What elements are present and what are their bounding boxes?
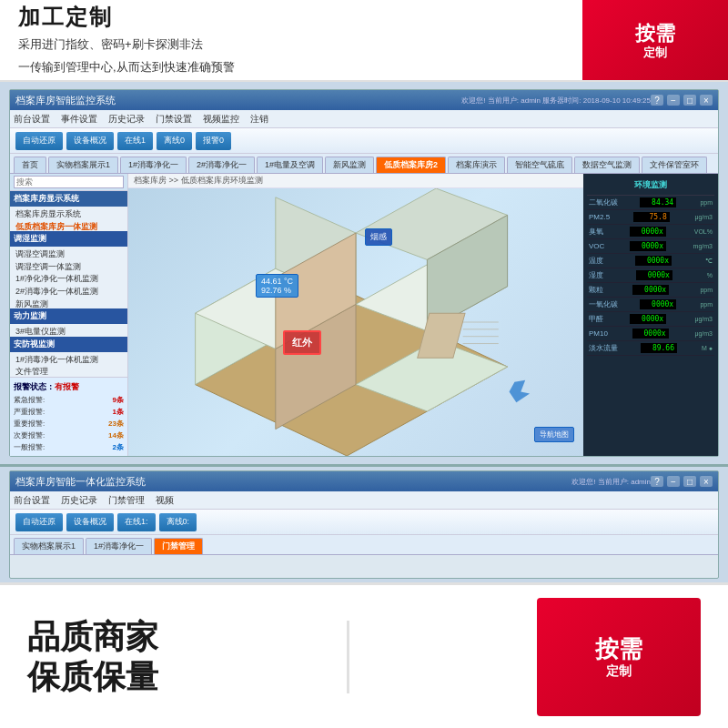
- env-particle-unit: ppm: [700, 287, 713, 293]
- env-ozone-unit: VOL%: [694, 228, 713, 235]
- btn2-online1[interactable]: 在线1:: [117, 513, 156, 531]
- btn-offline[interactable]: 离线0: [157, 132, 192, 150]
- env-water-flow-label: 淡水流量: [589, 343, 618, 353]
- menu2-access[interactable]: 门禁管理: [108, 494, 145, 507]
- btn2-offline[interactable]: 离线0:: [159, 513, 197, 531]
- alert-severe-label: 严重报警:: [14, 407, 45, 417]
- btn-online[interactable]: 在线1: [117, 132, 153, 150]
- software-area-1: 档案库房智能监控系统 欢迎您! 当前用户: admin 服务器时间: 2018-…: [0, 82, 728, 464]
- alert-secondary: 次要报警: 14条: [14, 430, 124, 441]
- btn-auto-restore[interactable]: 自动还原: [15, 132, 63, 150]
- sidebar-item-dehumid-monitor[interactable]: 调湿空调监测: [10, 247, 127, 259]
- btn-alarm[interactable]: 报警0: [196, 132, 231, 150]
- alert-severe: 严重报警: 1条: [14, 406, 124, 418]
- btn2-auto-restore[interactable]: 自动还原: [15, 513, 63, 531]
- alert-emergency-label: 紧急报警:: [14, 395, 45, 405]
- sidebar-item-low-quality[interactable]: 低质档案库房一体监测: [10, 219, 127, 232]
- menu-access[interactable]: 门禁设置: [156, 113, 192, 126]
- bottom-line2: 保质保量: [27, 657, 158, 696]
- svg-marker-15: [510, 380, 531, 403]
- top-right-badge: 按需 定制: [582, 0, 728, 82]
- tab-home[interactable]: 首页: [14, 157, 46, 173]
- help-btn[interactable]: ?: [651, 95, 663, 106]
- env-pm25-value: 75.8: [633, 212, 670, 222]
- minimize-btn[interactable]: −: [667, 95, 680, 106]
- sw-window-1: 档案库房智能监控系统 欢迎您! 当前用户: admin 服务器时间: 2018-…: [9, 89, 719, 457]
- sw-main: 档案库房 >> 低质档案库房环境监测: [128, 174, 583, 456]
- tab-file-storage[interactable]: 文件保管室环: [642, 157, 707, 173]
- sw-window-controls[interactable]: ? − □ ×: [651, 95, 713, 106]
- menu2-settings[interactable]: 前台设置: [14, 494, 50, 507]
- sidebar-search[interactable]: [10, 174, 127, 191]
- alert-secondary-label: 次要报警:: [14, 430, 45, 440]
- tab-ventilation[interactable]: 新风监测: [325, 157, 374, 173]
- alert-important-count: 23条: [108, 419, 124, 429]
- floorplan: 44.61 °C92.76 % 烟感 红外 导航地图: [128, 188, 583, 456]
- env-pm10-unit: μg/m3: [694, 330, 713, 337]
- env-pm10-value: 0000x: [632, 329, 669, 339]
- close-btn[interactable]: ×: [700, 95, 713, 106]
- env-temp-label: 温度: [589, 256, 603, 266]
- minimize-btn-2[interactable]: −: [667, 476, 680, 487]
- menu-video[interactable]: 视频监控: [203, 113, 239, 126]
- env-temp-unit: ℃: [705, 258, 713, 265]
- tab-low-quality[interactable]: 低质档案库房2: [376, 157, 446, 173]
- env-pm25: PM2.5 75.8 μg/m3: [587, 210, 714, 225]
- tab-data-air[interactable]: 数据空气监测: [574, 157, 640, 173]
- alert-severe-count: 1条: [113, 407, 124, 417]
- sw-menubar-2: 前台设置 历史记录 门禁管理 视频: [10, 491, 718, 510]
- menu-history[interactable]: 历史记录: [108, 113, 145, 126]
- alert-emergency-count: 9条: [113, 395, 124, 405]
- env-temp: 温度 0000x ℃: [587, 254, 714, 268]
- env-water-flow-value: 89.66: [641, 343, 677, 353]
- software-area-2: 档案库房智能一体化监控系统 欢迎您! 当前用户: admin ? − □ × 前…: [0, 464, 728, 582]
- env-co-value: 0000x: [640, 299, 676, 309]
- tab-archive-1[interactable]: 实物档案展示1: [48, 157, 118, 173]
- sidebar-item-dehumid-integrated[interactable]: 调湿空调一体监测: [10, 259, 127, 272]
- maximize-btn-2[interactable]: □: [683, 476, 696, 487]
- alert-general-label: 一般报警:: [14, 442, 45, 452]
- sensor-nav: 导航地图: [534, 427, 574, 442]
- sidebar-item-power-meter[interactable]: 3#电量仪监测: [10, 324, 127, 337]
- tab2-purify[interactable]: 1#消毒净化一: [86, 538, 152, 554]
- sidebar-item-purify-1[interactable]: 1#净化净化一体机监测: [10, 271, 127, 284]
- help-btn-2[interactable]: ?: [651, 476, 663, 487]
- env-water-flow-unit: M ●: [702, 345, 713, 351]
- sidebar-item-archive-display[interactable]: 档案库房显示系统: [10, 207, 127, 219]
- search-input[interactable]: [14, 176, 124, 188]
- btn-device-status[interactable]: 设备概况: [66, 132, 114, 150]
- sensor-smoke: 烟感: [365, 228, 392, 246]
- env-co2-label: 二氧化碳: [589, 197, 618, 207]
- env-voc-value: 0000x: [630, 241, 666, 251]
- tab2-archive[interactable]: 实物档案展示1: [14, 538, 84, 554]
- sw-window-controls-2[interactable]: ? − □ ×: [651, 476, 713, 487]
- tab-power[interactable]: 1#电量及空调: [257, 157, 323, 173]
- sw-toolbar-2: 自动还原 设备概况 在线1: 离线0:: [10, 510, 718, 535]
- tab-purify-2[interactable]: 2#消毒净化一: [188, 157, 255, 173]
- env-co: 一氧化碳 0000x ppm: [587, 298, 714, 312]
- menu2-history[interactable]: 历史记录: [61, 494, 97, 507]
- tab2-access[interactable]: 门禁管理: [154, 538, 203, 554]
- sensor-temp-humidity: 44.61 °C92.76 %: [256, 274, 298, 298]
- env-formaldehyde-unit: μg/m3: [694, 316, 713, 322]
- tab-air-sulfur[interactable]: 智能空气硫底: [507, 157, 572, 173]
- sidebar-item-fresh-air[interactable]: 新风监测: [10, 297, 127, 309]
- sidebar-item-security[interactable]: 1#消毒净化一体机监测: [10, 352, 127, 365]
- menu-settings[interactable]: 前台设置: [14, 113, 50, 126]
- btn2-device[interactable]: 设备概况: [66, 513, 114, 531]
- menu-events[interactable]: 事件设置: [61, 113, 97, 126]
- sidebar-item-purify-2[interactable]: 2#消毒净化一体机监测: [10, 284, 127, 297]
- close-btn-2[interactable]: ×: [700, 476, 713, 487]
- menu-logout[interactable]: 注销: [250, 113, 268, 126]
- tab-archive-demo[interactable]: 档案库演示: [448, 157, 505, 173]
- sidebar-section-3: 动力监测: [10, 308, 127, 324]
- maximize-btn[interactable]: □: [683, 95, 696, 106]
- menu2-video[interactable]: 视频: [156, 494, 174, 507]
- top-banner: 加工定制 采用进门指纹、密码+刷卡探测非法 一传输到管理中心,从而达到快速准确预…: [0, 0, 728, 82]
- sw-navtabs-2: 实物档案展示1 1#消毒净化一 门禁管理: [10, 535, 718, 555]
- sw-navtabs: 首页 实物档案展示1 1#消毒净化一 2#消毒净化一 1#电量及空调 新风监测 …: [10, 154, 718, 174]
- sidebar-item-file-mgmt[interactable]: 文件管理: [10, 364, 127, 377]
- env-particle: 颗粒 0000x ppm: [587, 283, 714, 298]
- tab-purify-1[interactable]: 1#消毒净化一: [120, 157, 187, 173]
- env-co2: 二氧化碳 84.34 ppm: [587, 196, 714, 210]
